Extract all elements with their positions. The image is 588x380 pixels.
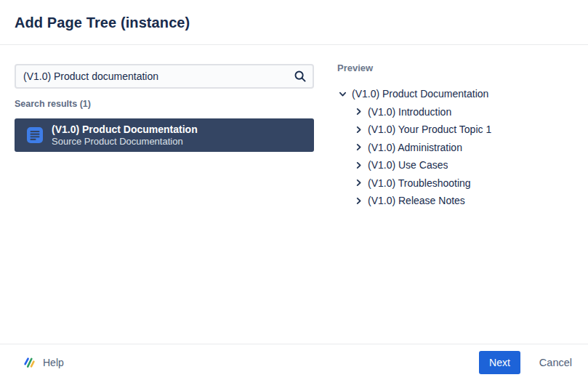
- help-link[interactable]: Help: [22, 355, 64, 370]
- tree-item-label: (V1.0) Administration: [368, 142, 462, 153]
- preview-panel: Preview (V1.0) Product Documentation: [337, 45, 573, 210]
- search-column: Search results (1) (V1.0) Product Docume…: [15, 45, 314, 152]
- dialog-footer: Help Next Cancel: [0, 344, 588, 380]
- next-button[interactable]: Next: [479, 351, 520, 374]
- search-box: [15, 64, 314, 89]
- chevron-right-icon[interactable]: [353, 107, 363, 117]
- preview-tree: (V1.0) Product Documentation (V1.0) Intr…: [337, 85, 573, 210]
- search-results-label: Search results (1): [15, 99, 314, 109]
- page-title: Add Page Tree (instance): [15, 14, 573, 31]
- chevron-right-icon[interactable]: [353, 160, 363, 170]
- tree-item[interactable]: (V1.0) Introduction: [337, 103, 573, 121]
- add-page-tree-dialog: Add Page Tree (instance) Search results …: [0, 0, 588, 380]
- help-label: Help: [43, 357, 64, 368]
- tree-item-label: (V1.0) Product Documentation: [352, 88, 488, 100]
- preview-label: Preview: [337, 62, 573, 73]
- cancel-button[interactable]: Cancel: [539, 357, 572, 368]
- tree-item[interactable]: (V1.0) Use Cases: [337, 156, 573, 174]
- search-input[interactable]: [15, 64, 314, 89]
- result-title: (V1.0) Product Documentation: [52, 124, 198, 136]
- tree-item-label: (V1.0) Troubleshooting: [368, 177, 471, 189]
- tree-item-label: (V1.0) Release Notes: [368, 195, 465, 206]
- tree-item[interactable]: (V1.0) Troubleshooting: [337, 174, 573, 193]
- search-icon[interactable]: [294, 70, 307, 83]
- tree-item[interactable]: (V1.0) Administration: [337, 139, 573, 157]
- result-subtitle: Source Product Documentation: [52, 136, 198, 147]
- document-icon: [27, 127, 43, 143]
- tree-item[interactable]: (V1.0) Release Notes: [337, 192, 573, 210]
- chevron-right-icon[interactable]: [353, 195, 363, 206]
- chevron-right-icon[interactable]: [353, 142, 363, 153]
- chevron-right-icon[interactable]: [353, 178, 363, 188]
- dialog-body: Search results (1) (V1.0) Product Docume…: [0, 45, 588, 210]
- tree-item-label: (V1.0) Use Cases: [368, 159, 448, 171]
- chevron-down-icon[interactable]: [337, 89, 347, 99]
- k15t-logo-icon: [22, 355, 36, 370]
- dialog-header: Add Page Tree (instance): [0, 0, 588, 45]
- chevron-right-icon[interactable]: [353, 124, 363, 134]
- tree-item[interactable]: (V1.0) Your Product Topic 1: [337, 121, 573, 139]
- tree-item-root[interactable]: (V1.0) Product Documentation: [337, 85, 573, 103]
- tree-item-label: (V1.0) Introduction: [368, 106, 451, 118]
- tree-item-label: (V1.0) Your Product Topic 1: [368, 124, 491, 135]
- search-result-item-selected[interactable]: (V1.0) Product Documentation Source Prod…: [15, 118, 314, 152]
- result-texts: (V1.0) Product Documentation Source Prod…: [52, 124, 198, 147]
